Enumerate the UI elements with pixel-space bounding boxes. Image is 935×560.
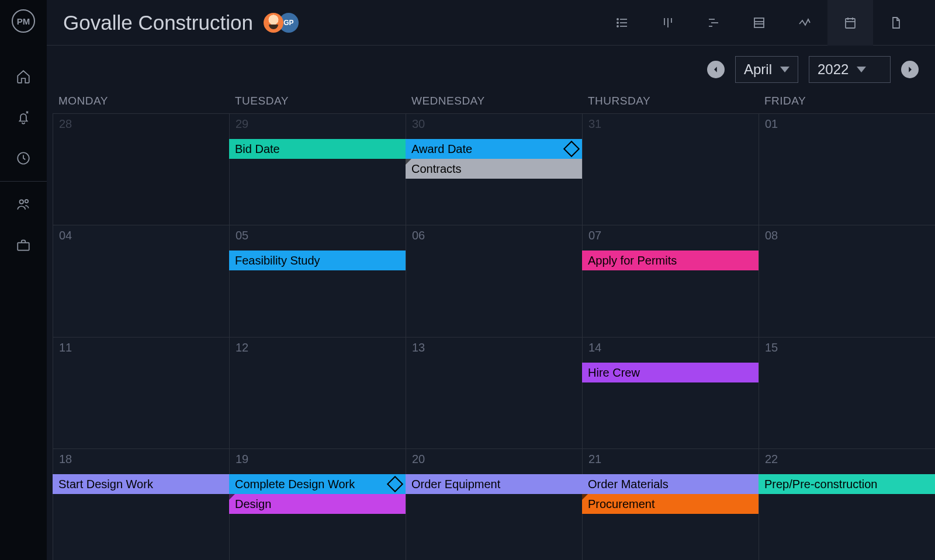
calendar-week-row: 18 19 20 21 22 Start Design Work Complet…	[53, 448, 935, 560]
date-number: 05	[236, 229, 248, 242]
calendar-cell[interactable]: 05	[229, 225, 406, 336]
prev-month-button[interactable]	[707, 61, 725, 78]
calendar-cell[interactable]: 28	[53, 113, 229, 225]
svg-point-9	[617, 26, 618, 27]
event-start-design[interactable]: Start Design Work	[53, 474, 229, 494]
calendar-week-row: 11 12 13 14 15 Hire Crew	[53, 337, 935, 448]
date-number: 15	[765, 341, 778, 354]
date-number: 21	[588, 453, 601, 466]
home-icon[interactable]	[0, 56, 47, 97]
event-feasibility-study[interactable]: Feasibility Study	[229, 251, 406, 270]
event-order-equipment[interactable]: Order Equipment	[406, 474, 582, 494]
avatar-user-1[interactable]	[264, 13, 283, 33]
day-header: FRIDAY	[759, 91, 935, 113]
event-bid-date[interactable]: Bid Date	[229, 139, 406, 159]
portfolio-icon[interactable]	[0, 225, 47, 266]
day-header: MONDAY	[53, 91, 229, 113]
date-number: 19	[236, 453, 248, 466]
calendar-cell[interactable]: 11	[53, 337, 229, 448]
date-number: 30	[412, 117, 425, 131]
svg-rect-19	[846, 19, 855, 28]
date-number: 08	[765, 229, 778, 242]
event-complete-design[interactable]: Complete Design Work	[229, 474, 406, 494]
svg-point-8	[617, 22, 618, 23]
calendar-cell[interactable]: 13	[406, 337, 582, 448]
calendar-cell[interactable]: 14	[582, 337, 759, 448]
year-select[interactable]: 2022	[809, 56, 891, 83]
calendar-grid: 28 29 30 31 01 Bid Date Award Date Contr…	[47, 113, 935, 560]
date-number: 07	[588, 229, 601, 242]
calendar-cell[interactable]: 18	[53, 448, 229, 560]
calendar-cell[interactable]: 08	[759, 225, 935, 336]
calendar-cell[interactable]: 15	[759, 337, 935, 448]
chevron-down-icon	[780, 67, 789, 72]
rail-divider	[0, 181, 47, 182]
app-logo[interactable]: PM	[12, 9, 35, 33]
recent-icon[interactable]	[0, 138, 47, 179]
date-number: 14	[588, 341, 601, 354]
chevron-down-icon	[857, 67, 866, 72]
event-award-date[interactable]: Award Date	[406, 139, 582, 159]
team-icon[interactable]	[0, 184, 47, 225]
event-apply-permits[interactable]: Apply for Permits	[582, 251, 759, 270]
date-number: 11	[59, 341, 72, 354]
calendar-cell[interactable]: 20	[406, 448, 582, 560]
view-switcher	[600, 0, 919, 46]
calendar-cell[interactable]: 12	[229, 337, 406, 448]
date-number: 06	[412, 229, 425, 242]
day-header: THURSDAY	[582, 91, 759, 113]
month-select[interactable]: April	[735, 56, 798, 83]
svg-point-7	[617, 19, 618, 20]
list-view-tab[interactable]	[600, 0, 645, 46]
notifications-icon[interactable]	[0, 97, 47, 138]
date-number: 01	[765, 117, 778, 131]
svg-rect-3	[18, 243, 29, 251]
event-hire-crew[interactable]: Hire Crew	[582, 363, 759, 382]
event-design-group[interactable]: Design	[229, 494, 406, 514]
day-header: TUESDAY	[229, 91, 406, 113]
date-number: 18	[59, 453, 72, 466]
month-select-label: April	[744, 61, 772, 78]
date-number: 29	[236, 117, 248, 131]
svg-point-1	[20, 200, 24, 204]
svg-rect-16	[754, 18, 764, 27]
assignee-avatars[interactable]: GP	[264, 13, 299, 33]
calendar-cell[interactable]: 31	[582, 113, 759, 225]
date-number: 04	[59, 229, 72, 242]
date-number: 22	[765, 453, 778, 466]
calendar-view-tab[interactable]	[827, 0, 873, 46]
event-order-materials[interactable]: Order Materials	[582, 474, 759, 494]
dashboard-view-tab[interactable]	[782, 0, 827, 46]
year-select-label: 2022	[818, 61, 849, 78]
calendar-cell[interactable]: 06	[406, 225, 582, 336]
date-number: 20	[412, 453, 425, 466]
event-procurement-group[interactable]: Procurement	[582, 494, 759, 514]
calendar-week-row: 04 05 06 07 08 Feasibility Study Apply f…	[53, 225, 935, 336]
gantt-view-tab[interactable]	[691, 0, 736, 46]
next-month-button[interactable]	[901, 61, 919, 78]
date-number: 13	[412, 341, 425, 354]
day-header: WEDNESDAY	[406, 91, 582, 113]
date-number: 12	[236, 341, 248, 354]
day-headers: MONDAY TUESDAY WEDNESDAY THURSDAY FRIDAY	[47, 91, 935, 113]
left-nav-rail: PM	[0, 0, 47, 560]
sheet-view-tab[interactable]	[736, 0, 782, 46]
top-bar: Govalle Construction GP	[47, 0, 935, 46]
calendar-cell[interactable]: 22	[759, 448, 935, 560]
files-view-tab[interactable]	[873, 0, 919, 46]
calendar-cell[interactable]: 29	[229, 113, 406, 225]
board-view-tab[interactable]	[645, 0, 691, 46]
calendar-cell[interactable]: 01	[759, 113, 935, 225]
date-number: 31	[588, 117, 601, 131]
calendar-controls: April 2022	[47, 46, 935, 91]
event-prep-preconstruction[interactable]: Prep/Pre-construction	[759, 474, 935, 494]
event-contracts[interactable]: Contracts	[406, 159, 582, 179]
calendar-cell[interactable]: 04	[53, 225, 229, 336]
svg-point-2	[25, 200, 28, 203]
calendar-week-row: 28 29 30 31 01 Bid Date Award Date Contr…	[53, 113, 935, 225]
calendar-cell[interactable]: 07	[582, 225, 759, 336]
date-number: 28	[59, 117, 72, 131]
project-title: Govalle Construction	[63, 11, 253, 34]
